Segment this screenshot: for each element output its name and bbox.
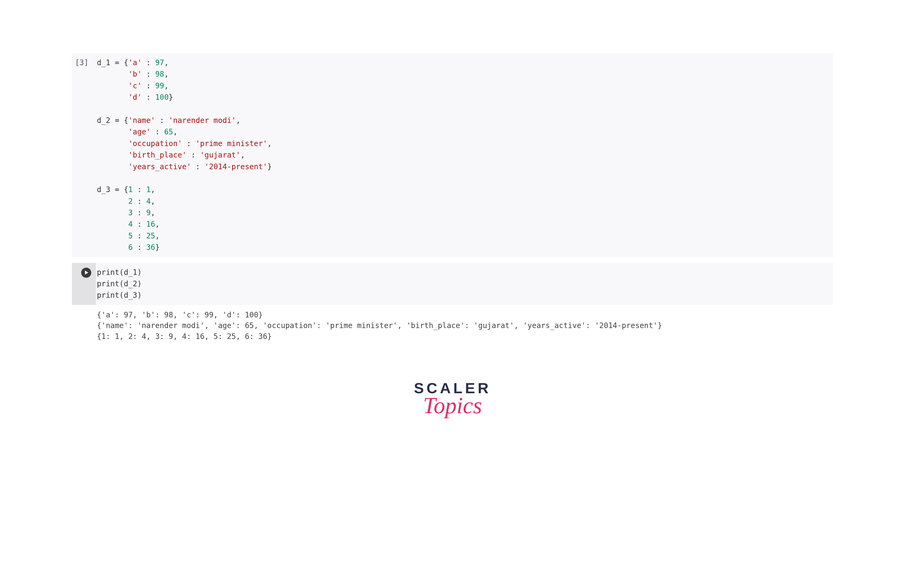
code-cell-2: print(d_1) print(d_2) print(d_3): [72, 263, 833, 305]
cell-output: {'a': 97, 'b': 98, 'c': 99, 'd': 100} {'…: [72, 310, 833, 342]
code-cell-1: [3] d_1 = {'a' : 97, 'b' : 98, 'c' : 99,…: [72, 53, 833, 257]
logo: SCALER Topics: [72, 377, 833, 414]
execution-count: [3]: [72, 53, 96, 257]
play-icon: [85, 271, 89, 274]
run-button[interactable]: [81, 268, 91, 278]
code-area-1[interactable]: d_1 = {'a' : 97, 'b' : 98, 'c' : 99, 'd'…: [96, 53, 833, 257]
logo-text-topics: Topics: [72, 398, 833, 414]
code-area-2[interactable]: print(d_1) print(d_2) print(d_3): [96, 263, 833, 305]
cell-gutter-active: [72, 263, 96, 305]
